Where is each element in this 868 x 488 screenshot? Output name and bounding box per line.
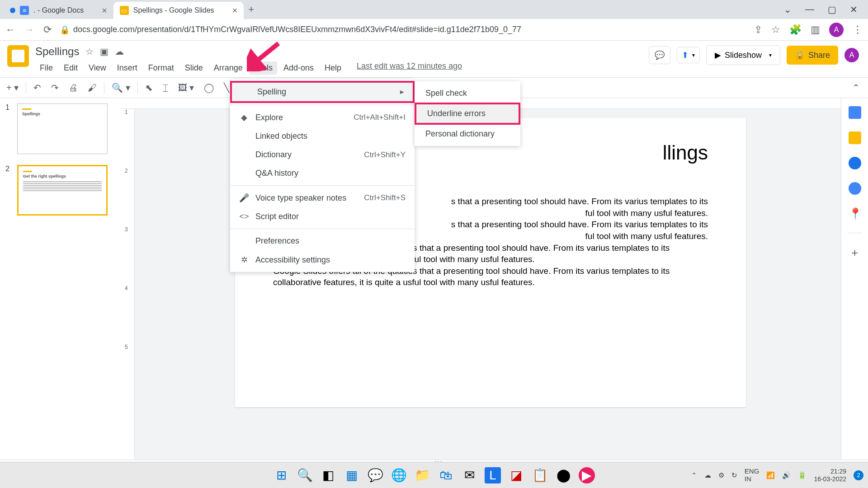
- tabs-dropdown-icon[interactable]: ⌄: [784, 4, 792, 15]
- volume-icon[interactable]: 🔊: [782, 471, 791, 479]
- tray-chevron-icon[interactable]: ⌃: [691, 471, 697, 479]
- contacts-icon[interactable]: [849, 182, 861, 195]
- menu-format[interactable]: Format: [144, 61, 179, 75]
- account-avatar[interactable]: A: [844, 48, 859, 62]
- reload-icon[interactable]: ⟳: [43, 24, 52, 36]
- app-pink-icon[interactable]: ▶: [579, 467, 595, 483]
- tray-icon[interactable]: ↻: [731, 471, 737, 479]
- comment-icon: 💬: [655, 50, 665, 60]
- shape-tool[interactable]: ◯: [199, 80, 218, 96]
- vertical-ruler: 12345: [122, 109, 135, 460]
- menu-item-spelling[interactable]: Spelling: [230, 81, 415, 103]
- menu-file[interactable]: File: [35, 61, 57, 75]
- menu-addons[interactable]: Add-ons: [279, 61, 318, 75]
- undo-button[interactable]: ↶: [29, 80, 46, 96]
- textbox-tool[interactable]: ⌶: [158, 80, 173, 96]
- extensions-icon[interactable]: 🧩: [789, 24, 802, 36]
- profile-avatar[interactable]: A: [829, 23, 844, 37]
- bookmark-icon[interactable]: ☆: [771, 24, 780, 36]
- keep-icon[interactable]: [849, 131, 861, 144]
- notification-badge[interactable]: 2: [854, 470, 863, 480]
- move-icon[interactable]: ▣: [100, 46, 108, 57]
- explorer-icon[interactable]: 📁: [414, 467, 430, 483]
- tray-icon[interactable]: ⚙: [718, 471, 724, 479]
- widgets-icon[interactable]: ▦: [344, 467, 360, 483]
- paint-format-button[interactable]: 🖌: [83, 80, 101, 96]
- forward-icon[interactable]: →: [24, 24, 34, 36]
- tasks-icon[interactable]: [849, 157, 861, 169]
- star-icon[interactable]: ☆: [85, 46, 94, 57]
- submenu-personal-dictionary[interactable]: Personal dictionary: [415, 125, 520, 143]
- edge-icon[interactable]: 🌐: [391, 467, 407, 483]
- maps-icon[interactable]: 📍: [849, 207, 861, 220]
- menu-help[interactable]: Help: [320, 61, 346, 75]
- menu-view[interactable]: View: [84, 61, 111, 75]
- store-icon[interactable]: 🛍: [438, 467, 454, 483]
- menu-item-preferences[interactable]: Preferences: [230, 232, 415, 250]
- chrome-menu-icon[interactable]: ⋮: [853, 24, 863, 36]
- close-window-icon[interactable]: ✕: [850, 4, 858, 15]
- present-button[interactable]: ⬆▾: [677, 47, 700, 63]
- comments-button[interactable]: 💬: [649, 46, 670, 64]
- presentation-title[interactable]: Spellings: [35, 45, 79, 58]
- app-l-icon[interactable]: L: [485, 467, 501, 483]
- maximize-icon[interactable]: ▢: [828, 4, 836, 15]
- menu-item-script-editor[interactable]: <> Script editor: [230, 207, 415, 226]
- redo-button[interactable]: ↷: [47, 80, 63, 96]
- share-page-icon[interactable]: ⇪: [754, 24, 762, 36]
- accessibility-icon: ✲: [239, 255, 249, 265]
- zoom-button[interactable]: 🔍 ▾: [107, 80, 135, 96]
- menu-item-voice-type[interactable]: 🎤 Voice type speaker notes Ctrl+Shift+S: [230, 188, 415, 207]
- menu-arrange[interactable]: Arrange: [209, 61, 247, 75]
- close-icon[interactable]: ×: [102, 5, 107, 16]
- add-addon-icon[interactable]: +: [851, 246, 858, 260]
- menu-item-dictionary[interactable]: Dictionary Ctrl+Shift+Y: [230, 145, 415, 164]
- slides-logo-icon[interactable]: [7, 45, 29, 67]
- submenu-underline-errors[interactable]: Underline errors: [415, 103, 520, 125]
- print-button[interactable]: 🖨: [64, 80, 82, 96]
- last-edit-link[interactable]: Last edit was 12 minutes ago: [357, 61, 462, 75]
- url-bar[interactable]: 🔒 docs.google.com/presentation/d/1TfHYmC…: [60, 25, 746, 35]
- slide-thumbnail-2[interactable]: 2 Get the right spellings: [5, 165, 117, 216]
- office-icon[interactable]: 📋: [532, 467, 548, 483]
- close-icon[interactable]: ×: [232, 5, 238, 16]
- share-button[interactable]: 🔒 Share: [787, 46, 838, 65]
- menu-insert[interactable]: Insert: [113, 61, 142, 75]
- wifi-icon[interactable]: 📶: [766, 471, 775, 479]
- menu-item-qa-history[interactable]: Q&A history: [230, 164, 415, 183]
- mail-icon[interactable]: ✉: [461, 467, 477, 483]
- browser-tab-docs[interactable]: ≡ . - Google Docs ×: [4, 2, 113, 19]
- chrome-icon[interactable]: ⬤: [555, 467, 571, 483]
- menu-edit[interactable]: Edit: [59, 61, 82, 75]
- slideshow-button[interactable]: ▶ Slideshow ▾: [706, 45, 780, 65]
- calendar-icon[interactable]: [849, 106, 861, 119]
- thumb-number: 1: [5, 103, 14, 154]
- language-code[interactable]: ENG: [745, 468, 760, 475]
- collapse-toolbar-icon[interactable]: ⌃: [852, 82, 866, 93]
- select-tool[interactable]: ⬉: [141, 80, 157, 96]
- new-slide-button[interactable]: + ▾: [2, 80, 23, 96]
- chat-icon[interactable]: 💬: [367, 467, 383, 483]
- search-icon[interactable]: 🔍: [297, 467, 313, 483]
- browser-tab-slides[interactable]: ▭ Spellings - Google Slides ×: [113, 2, 244, 19]
- menu-slide[interactable]: Slide: [180, 61, 208, 75]
- clock-time[interactable]: 21:29: [814, 468, 846, 475]
- start-icon[interactable]: ⊞: [273, 467, 289, 483]
- minimize-icon[interactable]: ―: [805, 4, 814, 15]
- menu-item-linked-objects[interactable]: Linked objects: [230, 127, 415, 145]
- new-tab-button[interactable]: +: [248, 4, 254, 15]
- slides-favicon-icon: ▭: [120, 6, 129, 15]
- back-icon[interactable]: ←: [5, 24, 15, 36]
- explore-icon: ◆: [239, 113, 249, 122]
- battery-icon[interactable]: 🔋: [798, 471, 807, 479]
- sidepanel-icon[interactable]: ▥: [811, 24, 820, 36]
- image-tool[interactable]: 🖼 ▾: [174, 80, 199, 96]
- onedrive-icon[interactable]: ☁: [704, 471, 711, 479]
- menu-item-explore[interactable]: ◆ Explore Ctrl+Alt+Shift+I: [230, 108, 415, 127]
- menu-bar: File Edit View Insert Format Slide Arran…: [35, 61, 649, 75]
- menu-item-accessibility[interactable]: ✲ Accessibility settings: [230, 250, 415, 269]
- task-view-icon[interactable]: ◧: [320, 467, 336, 483]
- submenu-spell-check[interactable]: Spell check: [415, 84, 520, 103]
- mcafee-icon[interactable]: ◪: [508, 467, 524, 483]
- slide-thumbnail-1[interactable]: 1 Spellings: [5, 103, 117, 154]
